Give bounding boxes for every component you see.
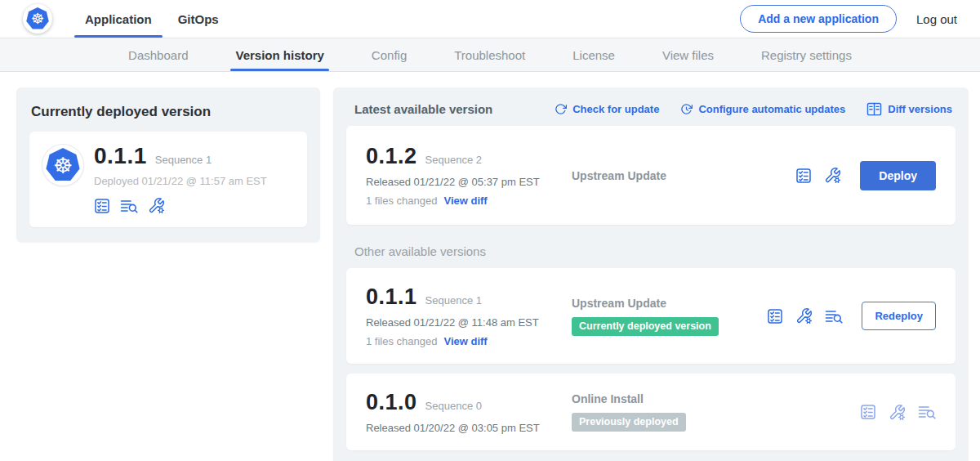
main-content: Currently deployed version ☸ 0.1.1 Seque… bbox=[0, 72, 980, 461]
deployed-sequence-label: Sequence 1 bbox=[155, 154, 212, 166]
version-info: 0.1.2 Sequence 2 Released 01/21/22 @ 05:… bbox=[366, 144, 572, 207]
diff-versions-label: Diff versions bbox=[888, 103, 952, 115]
version-source-label: Online Install bbox=[572, 392, 860, 405]
app-subnav: Dashboard Version history Config Trouble… bbox=[0, 38, 980, 72]
tab-dashboard[interactable]: Dashboard bbox=[128, 38, 188, 71]
auto-update-icon bbox=[680, 103, 693, 115]
configure-automatic-updates-link[interactable]: Configure automatic updates bbox=[680, 103, 845, 115]
files-changed-label: 1 files changed bbox=[366, 335, 437, 347]
header-nav: Application GitOps bbox=[72, 0, 232, 38]
logs-icon[interactable] bbox=[120, 198, 138, 214]
version-actions bbox=[860, 404, 936, 421]
latest-available-title: Latest available version bbox=[354, 102, 492, 116]
previously-deployed-badge: Previously deployed bbox=[572, 413, 686, 432]
refresh-icon bbox=[555, 103, 567, 115]
view-diff-link[interactable]: View diff bbox=[443, 335, 487, 347]
app-logo: ☸ bbox=[42, 145, 83, 186]
version-status: Upstream Update bbox=[572, 169, 795, 182]
version-status: Online Install Previously deployed bbox=[572, 392, 860, 432]
currently-deployed-panel: Currently deployed version ☸ 0.1.1 Seque… bbox=[16, 87, 320, 242]
version-status: Upstream Update Currently deployed versi… bbox=[572, 297, 767, 336]
version-card-0-1-1: 0.1.1 Sequence 1 Released 01/21/22 @ 11:… bbox=[346, 268, 956, 364]
logs-icon[interactable] bbox=[825, 308, 843, 324]
deployed-version-info: 0.1.1 Sequence 1 Deployed 01/21/22 @ 11:… bbox=[94, 143, 267, 214]
version-number: 0.1.0 bbox=[366, 390, 417, 415]
updates-actions: Check for update Configure automatic upd… bbox=[555, 102, 952, 116]
updates-header: Latest available version Check for updat… bbox=[346, 99, 956, 126]
diff-versions-link[interactable]: Diff versions bbox=[866, 102, 952, 116]
deployed-timestamp: Deployed 01/21/22 @ 11:57 am EST bbox=[94, 175, 267, 187]
logout-link[interactable]: Log out bbox=[916, 12, 957, 26]
version-source-label: Upstream Update bbox=[572, 297, 767, 310]
release-notes-icon[interactable] bbox=[860, 404, 876, 420]
config-icon[interactable] bbox=[795, 307, 813, 324]
currently-deployed-badge: Currently deployed version bbox=[572, 317, 719, 336]
version-number: 0.1.1 bbox=[366, 284, 417, 310]
deploy-button[interactable]: Deploy bbox=[860, 161, 936, 190]
kubernetes-app-icon: ☸ bbox=[46, 148, 80, 182]
version-card-0-1-0: 0.1.0 Sequence 0 Released 01/20/22 @ 03:… bbox=[346, 374, 956, 450]
check-for-update-label: Check for update bbox=[572, 103, 659, 115]
release-notes-icon[interactable] bbox=[767, 308, 783, 324]
tab-troubleshoot[interactable]: Troubleshoot bbox=[454, 38, 525, 71]
tab-version-history[interactable]: Version history bbox=[235, 38, 323, 71]
sequence-label: Sequence 0 bbox=[425, 400, 482, 412]
kubernetes-logo-icon: ☸ bbox=[26, 7, 49, 30]
redeploy-button[interactable]: Redeploy bbox=[862, 302, 936, 330]
config-icon[interactable] bbox=[889, 404, 906, 421]
kubernetes-logo: ☸ bbox=[23, 4, 52, 34]
currently-deployed-card: ☸ 0.1.1 Sequence 1 Deployed 01/21/22 @ 1… bbox=[29, 132, 307, 227]
version-card-0-1-2: 0.1.2 Sequence 2 Released 01/21/22 @ 05:… bbox=[346, 126, 956, 225]
other-available-versions-title: Other available versions bbox=[354, 244, 956, 258]
version-info: 0.1.0 Sequence 0 Released 01/20/22 @ 03:… bbox=[366, 390, 572, 434]
released-timestamp: Released 01/21/22 @ 05:37 pm EST bbox=[366, 176, 572, 188]
header-right: Add a new application Log out bbox=[740, 5, 957, 33]
currently-deployed-title: Currently deployed version bbox=[31, 104, 307, 120]
diff-icon bbox=[866, 102, 882, 116]
release-notes-icon[interactable] bbox=[94, 198, 110, 214]
files-changed-label: 1 files changed bbox=[366, 195, 437, 207]
check-for-update-link[interactable]: Check for update bbox=[555, 103, 659, 115]
version-info: 0.1.1 Sequence 1 Released 01/21/22 @ 11:… bbox=[366, 284, 572, 347]
version-source-label: Upstream Update bbox=[572, 169, 795, 182]
view-diff-link[interactable]: View diff bbox=[443, 195, 487, 207]
release-notes-icon[interactable] bbox=[795, 168, 812, 184]
nav-tab-gitops[interactable]: GitOps bbox=[165, 0, 232, 38]
nav-tab-application[interactable]: Application bbox=[72, 0, 165, 38]
deployed-version-number: 0.1.1 bbox=[94, 143, 147, 169]
config-icon[interactable] bbox=[148, 197, 165, 214]
released-timestamp: Released 01/21/22 @ 11:48 am EST bbox=[366, 316, 572, 329]
add-application-button[interactable]: Add a new application bbox=[740, 5, 897, 33]
tab-registry-settings[interactable]: Registry settings bbox=[761, 38, 852, 71]
logs-icon[interactable] bbox=[918, 404, 936, 420]
nav-tab-gitops-label: GitOps bbox=[178, 12, 219, 26]
version-number: 0.1.2 bbox=[366, 144, 417, 169]
sequence-label: Sequence 2 bbox=[425, 154, 482, 166]
version-actions: Deploy bbox=[795, 161, 936, 190]
released-timestamp: Released 01/20/22 @ 03:05 pm EST bbox=[366, 422, 572, 434]
app-header: ☸ Application GitOps Add a new applicati… bbox=[0, 0, 980, 38]
sequence-label: Sequence 1 bbox=[425, 294, 482, 307]
tab-config[interactable]: Config bbox=[372, 38, 407, 71]
tab-view-files[interactable]: View files bbox=[662, 38, 714, 71]
version-actions: Redeploy bbox=[767, 302, 936, 330]
version-history-panel: Latest available version Check for updat… bbox=[333, 87, 969, 461]
nav-tab-application-label: Application bbox=[85, 12, 152, 26]
tab-license[interactable]: License bbox=[572, 38, 615, 71]
configure-automatic-updates-label: Configure automatic updates bbox=[698, 103, 845, 115]
config-icon[interactable] bbox=[824, 167, 841, 184]
